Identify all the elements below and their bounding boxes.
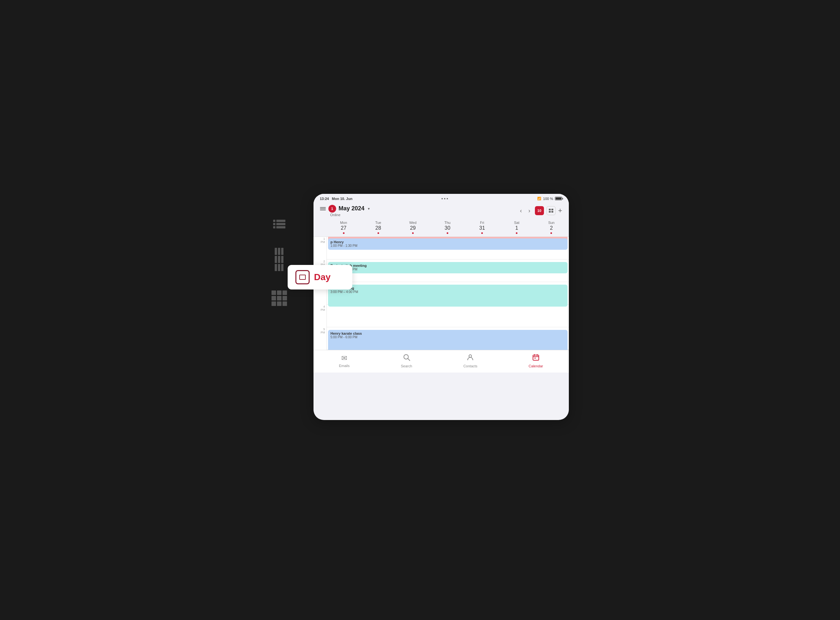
status-time: 13:24 Mon 10. Jun — [320, 197, 352, 201]
calendar-body: 1PM 2PM 3PM 4PM 5PM — [313, 237, 569, 350]
time-slot-1pm: 1PM — [313, 237, 327, 259]
col-cell — [275, 248, 277, 255]
grid-cell — [283, 290, 287, 295]
menu-line — [320, 210, 326, 210]
col-cell — [281, 248, 283, 255]
time-label-5pm: 5PM — [321, 328, 325, 334]
grid-cell — [283, 296, 287, 301]
list-view-icon[interactable] — [273, 220, 285, 229]
event-dot-wed — [412, 232, 414, 234]
day-num-fri: 31 — [465, 224, 499, 232]
battery-pct: 100 % — [543, 197, 553, 201]
tab-contacts[interactable]: Contacts — [464, 354, 477, 368]
day-num-mon: 27 — [327, 224, 361, 232]
dot3 — [447, 198, 448, 199]
time-display: 13:24 — [320, 197, 329, 201]
hour-line-4 — [327, 305, 569, 327]
day-name-sat: Sat — [499, 221, 534, 224]
tab-bar: ✉ Emails Search — [313, 350, 569, 373]
tab-search[interactable]: Search — [401, 354, 412, 368]
dot1 — [441, 198, 443, 199]
svg-point-6 — [469, 355, 471, 357]
status-bar: 13:24 Mon 10. Jun 📶 100 % — [313, 194, 569, 203]
menu-icon[interactable] — [320, 207, 326, 210]
time-slot-5pm: 5PM — [313, 327, 327, 350]
day-name-mon: Mon — [327, 221, 361, 224]
title-area: 1 May 2024 ▾ — [320, 205, 370, 212]
svg-line-5 — [408, 359, 410, 361]
events-area: with design team PM - 12:45 PM p Henry 1… — [327, 237, 569, 350]
col2 — [278, 248, 280, 271]
day-icon — [295, 270, 310, 284]
time-label-1pm: 1PM — [321, 238, 325, 244]
week-day-thu[interactable]: Thu 30 — [430, 220, 465, 235]
day-view-tooltip[interactable]: Day — [288, 265, 352, 289]
tab-emails[interactable]: ✉ Emails — [339, 354, 350, 368]
day-num-sat: 1 — [499, 224, 534, 232]
time-column: 1PM 2PM 3PM 4PM 5PM — [313, 237, 327, 350]
calendar-body-wrapper: 1PM 2PM 3PM 4PM 5PM — [313, 237, 569, 373]
event-dot-tue — [378, 232, 379, 234]
day-label: Day — [314, 272, 331, 282]
week-header: Mon 27 Tue 28 Wed 29 Thu 30 — [313, 220, 569, 237]
svg-rect-3 — [551, 211, 553, 212]
icon-dot — [273, 226, 275, 229]
battery-fill — [555, 197, 561, 200]
week-day-wed[interactable]: Wed 29 — [396, 220, 430, 235]
icon-line — [276, 220, 285, 222]
prev-button[interactable]: ‹ — [518, 207, 524, 215]
grid-cell — [277, 290, 282, 295]
event-dot-sat — [516, 232, 518, 234]
calendar-icon — [532, 354, 539, 363]
today-badge: 27 — [341, 225, 346, 231]
menu-line — [320, 208, 326, 209]
time-label-4pm: 4PM — [321, 305, 325, 312]
event-team-meeting[interactable]: Team meeting 3:00 PM – 4:00 PM — [328, 284, 568, 307]
event-pitch-meeting[interactable]: Project pitch meeting 2:00 PM - 2:30 PM — [328, 262, 568, 273]
column-view-icon[interactable] — [275, 248, 283, 271]
chevron-down-icon[interactable]: ▾ — [368, 206, 370, 211]
day-name-fri: Fri — [465, 221, 499, 224]
view-toggle-button[interactable] — [546, 206, 555, 215]
day-icon-inner — [299, 275, 306, 280]
menu-line — [320, 207, 326, 208]
status-center — [441, 198, 448, 199]
time-slot-4pm: 4PM — [313, 305, 327, 327]
search-icon — [403, 354, 410, 363]
event-henry[interactable]: p Henry 1:00 PM - 1:30 PM — [328, 238, 568, 250]
week-day-sat[interactable]: Sat 1 — [499, 220, 534, 235]
month-title[interactable]: May 2024 — [339, 205, 364, 212]
tab-label-search: Search — [401, 364, 412, 368]
day-num-sun: 2 — [534, 224, 569, 232]
person-svg — [467, 354, 474, 361]
col-cell — [275, 256, 277, 263]
week-day-fri[interactable]: Fri 31 — [465, 220, 499, 235]
col1 — [275, 248, 277, 271]
event-time-henry: 1:00 PM - 1:30 PM — [331, 244, 565, 247]
tab-label-calendar: Calendar — [529, 364, 543, 368]
time-col-header — [313, 220, 327, 235]
icon-line — [276, 226, 285, 229]
col3 — [281, 248, 283, 271]
week-day-tue[interactable]: Tue 28 — [361, 220, 396, 235]
week-day-mon[interactable]: Mon 27 — [327, 220, 361, 235]
grid-view-icon[interactable] — [271, 290, 287, 306]
status-right: 📶 100 % — [537, 197, 562, 201]
add-event-button[interactable]: + — [558, 206, 562, 215]
left-icons — [271, 220, 287, 306]
view-icon — [549, 209, 553, 212]
next-button[interactable]: › — [527, 207, 532, 215]
event-time-pitch: 2:00 PM - 2:30 PM — [331, 268, 565, 271]
tab-calendar[interactable]: Calendar — [529, 354, 543, 368]
day-num-tue: 28 — [361, 224, 396, 232]
col-cell — [278, 248, 280, 255]
icon-line — [276, 223, 285, 225]
grid-cell — [271, 296, 276, 301]
week-day-sun[interactable]: Sun 2 — [534, 220, 569, 235]
contacts-icon — [467, 354, 474, 363]
wifi-icon: 📶 — [537, 197, 541, 200]
svg-rect-11 — [534, 358, 536, 359]
event-karate[interactable]: Henry karate class 5:00 PM - 6:00 PM — [328, 330, 568, 350]
today-button[interactable]: 10 — [535, 206, 544, 215]
svg-rect-2 — [549, 211, 551, 212]
